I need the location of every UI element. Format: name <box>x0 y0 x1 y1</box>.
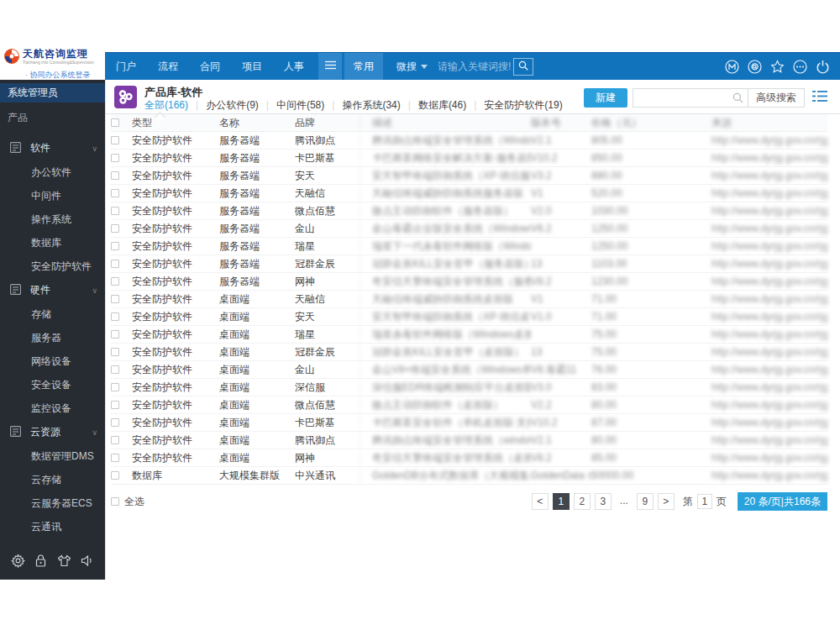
header-checkbox[interactable] <box>111 118 119 127</box>
gear-icon[interactable] <box>11 554 25 568</box>
sidebar-item-存储[interactable]: 存储 <box>0 302 105 326</box>
sidebar-item-中间件[interactable]: 中间件 <box>0 184 105 207</box>
tab-全部(166)[interactable]: 全部(166) <box>144 98 188 113</box>
cell-src: http://www.dyrjg.gov.cn/rjg/ <box>711 470 827 481</box>
sidebar-item-云存储[interactable]: 云存储 <box>0 468 105 491</box>
search-scope-dropdown[interactable]: 微搜 <box>396 60 428 74</box>
message-icon[interactable] <box>748 60 762 74</box>
page-button-2[interactable]: 2 <box>574 493 591 510</box>
cell-price: 880.00 <box>591 170 711 181</box>
sidebar-group-云资源[interactable]: 云资源∨ <box>0 420 105 444</box>
sidebar-item-操作系统[interactable]: 操作系统 <box>0 207 105 231</box>
nav-item-门户[interactable]: 门户 <box>105 53 147 80</box>
sidebar-item-安全设备[interactable]: 安全设备 <box>0 373 105 396</box>
lock-icon[interactable] <box>34 554 48 568</box>
sound-speaker-icon[interactable] <box>80 554 94 568</box>
new-button[interactable]: 新建 <box>584 88 627 108</box>
row-checkbox[interactable] <box>111 348 119 356</box>
nav-item-合同[interactable]: 合同 <box>189 53 231 80</box>
search-icon <box>518 60 528 73</box>
row-checkbox[interactable] <box>111 295 119 303</box>
sidebar-section-product[interactable]: 产品 <box>0 102 105 129</box>
row-checkbox[interactable] <box>111 242 119 250</box>
row-checkbox[interactable] <box>111 171 119 180</box>
cell-price: 850.00 <box>591 152 711 164</box>
theme-shirt-icon[interactable] <box>57 554 71 568</box>
sidebar-item-办公软件[interactable]: 办公软件 <box>0 160 105 184</box>
cell-name: 服务器端 <box>219 257 295 271</box>
row-checkbox-cell <box>111 454 132 462</box>
apps-menu-button[interactable] <box>318 53 342 80</box>
sidebar-item-云服务器ECS[interactable]: 云服务器ECS <box>0 491 105 515</box>
row-checkbox[interactable] <box>111 401 119 409</box>
nav-item-项目[interactable]: 项目 <box>231 53 273 80</box>
power-logout-icon[interactable] <box>816 60 830 74</box>
more-options-icon[interactable] <box>793 60 807 74</box>
page-button-1[interactable]: 1 <box>553 493 570 510</box>
global-search: 微搜 请输入关键词搜! <box>396 53 533 80</box>
tab-中间件(58)[interactable]: 中间件(58) <box>276 98 324 113</box>
nav-item-common[interactable]: 常用 <box>344 53 383 80</box>
row-checkbox[interactable] <box>111 154 119 162</box>
cell-desc: 天融信终端威胁防御系统服务器版 <box>360 186 531 201</box>
page-jump-input[interactable]: 1 <box>697 494 712 509</box>
table-row: 安全防护软件桌面端冠群金辰冠群金辰KILL安全胄甲（桌面版）1375.00htt… <box>111 344 827 361</box>
row-checkbox[interactable] <box>111 436 119 444</box>
nav-item-流程[interactable]: 流程 <box>147 53 189 80</box>
search-button[interactable] <box>513 58 533 76</box>
per-page-summary[interactable]: 20 条/页|共166条 <box>738 492 827 511</box>
tab-数据库(46)[interactable]: 数据库(46) <box>418 98 466 113</box>
select-all-checkbox[interactable] <box>111 497 119 506</box>
cell-price: 83.00 <box>591 381 711 393</box>
tab-安全防护软件(19)[interactable]: 安全防护软件(19) <box>484 98 562 113</box>
cell-desc: 奇安信天擎终端安全管理系统（服务器） <box>360 275 531 289</box>
row-checkbox[interactable] <box>111 454 119 462</box>
topbar-right-icons <box>725 53 840 80</box>
row-checkbox[interactable] <box>111 224 119 233</box>
table-footer: 全选 <123...9>第1页20 条/页|共166条 <box>111 492 827 511</box>
column-header-2: 名称 <box>219 116 295 130</box>
page-prev-button[interactable]: < <box>532 493 549 510</box>
sidebar-group-软件[interactable]: 软件∨ <box>0 136 105 160</box>
tab-办公软件(9)[interactable]: 办公软件(9) <box>206 98 259 113</box>
cell-type: 安全防护软件 <box>132 134 219 148</box>
sidebar-item-数据管理DMS[interactable]: 数据管理DMS <box>0 444 105 468</box>
cell-price: 805.00 <box>591 134 711 146</box>
page-button-3[interactable]: 3 <box>595 493 612 510</box>
row-checkbox-cell <box>111 348 132 356</box>
table-search-input[interactable] <box>633 89 732 107</box>
row-checkbox[interactable] <box>111 312 119 321</box>
sidebar-item-网络设备[interactable]: 网络设备 <box>0 349 105 373</box>
row-checkbox[interactable] <box>111 365 119 374</box>
sidebar-item-数据库[interactable]: 数据库 <box>0 231 105 255</box>
sidebar-group-硬件[interactable]: 硬件∨ <box>0 278 105 302</box>
table-row: 安全防护软件服务器端腾讯御点腾讯御点终端安全管理系统（Windows版）V2.1… <box>111 132 827 150</box>
row-checkbox[interactable] <box>111 136 119 144</box>
cell-name: 服务器端 <box>219 169 295 183</box>
row-checkbox[interactable] <box>111 207 119 215</box>
sidebar-item-监控设备[interactable]: 监控设备 <box>0 396 105 420</box>
search-icon[interactable] <box>732 89 748 107</box>
sidebar-item-服务器[interactable]: 服务器 <box>0 326 105 349</box>
row-checkbox[interactable] <box>111 189 119 197</box>
table-row: 安全防护软件桌面端卡巴斯基卡巴斯基安全软件（单机桌面版·支持XP）- KIS..… <box>111 414 827 432</box>
row-checkbox[interactable] <box>111 471 119 480</box>
advanced-search-button[interactable]: 高级搜索 <box>748 89 804 107</box>
search-input[interactable]: 请输入关键词搜! <box>438 60 511 74</box>
tab-操作系统(34)[interactable]: 操作系统(34) <box>342 98 400 113</box>
page-button-9[interactable]: 9 <box>637 493 654 510</box>
header-checkbox-cell <box>111 118 132 127</box>
row-checkbox[interactable] <box>111 277 119 286</box>
favorites-star-icon[interactable] <box>770 60 785 74</box>
row-checkbox[interactable] <box>111 260 119 268</box>
row-checkbox[interactable] <box>111 383 119 391</box>
row-checkbox[interactable] <box>111 330 119 339</box>
row-checkbox[interactable] <box>111 418 119 427</box>
sidebar-item-安全防护软件[interactable]: 安全防护软件 <box>0 255 105 278</box>
list-view-toggle-icon[interactable] <box>812 90 827 105</box>
sidebar-item-云通讯[interactable]: 云通讯 <box>0 515 105 538</box>
m-badge-icon[interactable] <box>725 60 739 74</box>
page-next-button[interactable]: > <box>658 493 675 510</box>
nav-item-人事[interactable]: 人事 <box>273 53 315 80</box>
cell-desc: 金山毒霸企业版安全系统（Windows服务器） <box>360 222 531 236</box>
